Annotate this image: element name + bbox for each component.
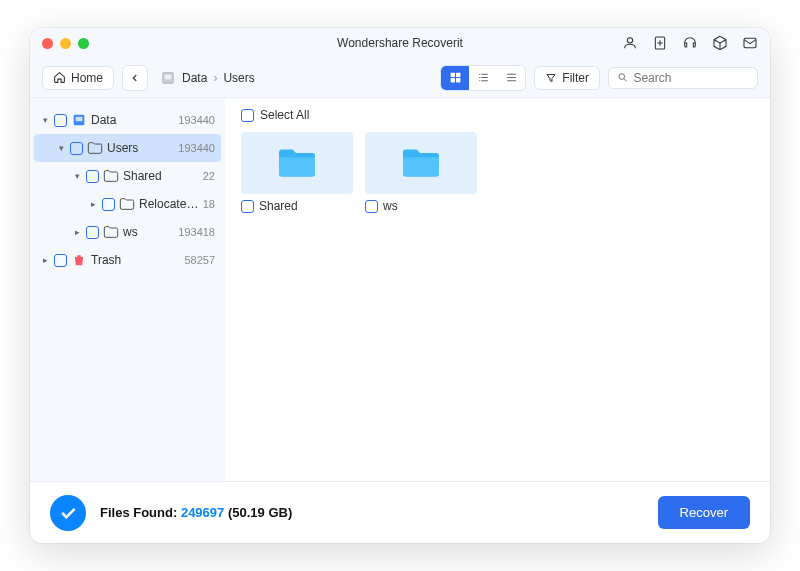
app-window: Wondershare Recoverit Home <box>30 28 770 543</box>
svg-rect-4 <box>165 74 172 79</box>
folder-name-label: Shared <box>259 199 298 213</box>
tree-label: Data <box>91 113 174 127</box>
breadcrumb: Data › Users <box>160 70 255 86</box>
tree-count: 18 <box>203 198 215 210</box>
account-icon[interactable] <box>622 35 638 51</box>
checkmark-icon <box>58 503 78 523</box>
home-icon <box>53 71 66 84</box>
body: ▾Data193440▾Users193440▾Shared22▸Relocat… <box>30 98 770 481</box>
detail-list-icon <box>477 71 490 84</box>
tree-row-shared[interactable]: ▾Shared22 <box>34 162 221 190</box>
home-button[interactable]: Home <box>42 66 114 90</box>
folder-icon <box>275 145 319 181</box>
expand-caret-icon[interactable]: ▸ <box>88 199 98 209</box>
expand-caret-icon[interactable]: ▾ <box>72 171 82 181</box>
mail-icon[interactable] <box>742 35 758 51</box>
footer: Files Found: 249697 (50.19 GB) Recover <box>30 481 770 543</box>
tree-label: Users <box>107 141 174 155</box>
folder-icon <box>399 145 443 181</box>
breadcrumb-item[interactable]: Data <box>182 71 207 85</box>
search-box[interactable] <box>608 67 758 89</box>
folder-icon <box>87 141 103 155</box>
svg-rect-5 <box>450 73 454 77</box>
file-icon[interactable] <box>652 35 668 51</box>
sidebar-tree: ▾Data193440▾Users193440▾Shared22▸Relocat… <box>30 98 225 481</box>
tree-label: Trash <box>91 253 180 267</box>
close-window-button[interactable] <box>42 38 53 49</box>
grid-icon <box>449 71 462 84</box>
files-found-size: (50.19 GB) <box>228 505 292 520</box>
tree-checkbox[interactable] <box>86 170 99 183</box>
svg-rect-7 <box>450 78 454 82</box>
view-toggle <box>440 65 526 91</box>
filter-label: Filter <box>562 71 589 85</box>
status-complete-icon <box>50 495 86 531</box>
select-all-row[interactable]: Select All <box>241 108 754 122</box>
tree-row-trash[interactable]: ▸Trash58257 <box>34 246 221 274</box>
expand-caret-icon[interactable]: ▸ <box>72 227 82 237</box>
svg-rect-8 <box>456 78 460 82</box>
tree-row-ws[interactable]: ▸ws193418 <box>34 218 221 246</box>
disk-icon <box>71 112 87 128</box>
folder-thumb <box>241 132 353 194</box>
files-found-count: 249697 <box>181 505 224 520</box>
tree-checkbox[interactable] <box>102 198 115 211</box>
tree-row-relocated-items[interactable]: ▸Relocated Items18 <box>34 190 221 218</box>
folder-card-ws[interactable]: ws <box>365 132 477 213</box>
folder-checkbox[interactable] <box>365 200 378 213</box>
tree-count: 58257 <box>184 254 215 266</box>
disk-icon <box>160 70 176 86</box>
main-content: Select All Sharedws <box>225 98 770 481</box>
grid-view-button[interactable] <box>441 66 469 90</box>
chevron-left-icon <box>130 73 140 83</box>
expand-caret-icon[interactable]: ▾ <box>40 115 50 125</box>
trash-icon <box>71 252 87 268</box>
tree-checkbox[interactable] <box>54 114 67 127</box>
detail-view-button[interactable] <box>469 66 497 90</box>
tree-checkbox[interactable] <box>86 226 99 239</box>
svg-rect-6 <box>456 73 460 77</box>
filter-button[interactable]: Filter <box>534 66 600 90</box>
tree-count: 193418 <box>178 226 215 238</box>
tree-count: 193440 <box>178 114 215 126</box>
expand-caret-icon[interactable]: ▾ <box>56 143 66 153</box>
folder-icon <box>103 225 119 239</box>
tree-label: ws <box>123 225 174 239</box>
titlebar: Wondershare Recoverit <box>30 28 770 58</box>
svg-point-9 <box>619 74 625 80</box>
tree-row-data[interactable]: ▾Data193440 <box>34 106 221 134</box>
list-icon <box>505 71 518 84</box>
recover-button[interactable]: Recover <box>658 496 750 529</box>
home-label: Home <box>71 71 103 85</box>
expand-caret-icon[interactable]: ▸ <box>40 255 50 265</box>
tree-checkbox[interactable] <box>70 142 83 155</box>
folder-name-row: ws <box>365 199 477 213</box>
search-input[interactable] <box>633 71 749 85</box>
select-all-checkbox[interactable] <box>241 109 254 122</box>
maximize-window-button[interactable] <box>78 38 89 49</box>
cube-icon[interactable] <box>712 35 728 51</box>
breadcrumb-item[interactable]: Users <box>223 71 254 85</box>
folder-checkbox[interactable] <box>241 200 254 213</box>
list-view-button[interactable] <box>497 66 525 90</box>
folder-card-shared[interactable]: Shared <box>241 132 353 213</box>
folder-grid: Sharedws <box>241 132 754 213</box>
tree-row-users[interactable]: ▾Users193440 <box>34 134 221 162</box>
folder-name-label: ws <box>383 199 398 213</box>
toolbar: Home Data › Users Filter <box>30 58 770 98</box>
window-controls <box>42 38 89 49</box>
breadcrumb-separator: › <box>213 71 217 85</box>
titlebar-actions <box>622 35 758 51</box>
tree-count: 193440 <box>178 142 215 154</box>
svg-point-0 <box>627 38 632 43</box>
filter-icon <box>545 72 557 84</box>
svg-rect-2 <box>744 38 756 47</box>
minimize-window-button[interactable] <box>60 38 71 49</box>
back-button[interactable] <box>122 65 148 91</box>
status-text: Files Found: 249697 (50.19 GB) <box>100 505 292 520</box>
search-icon <box>617 71 628 84</box>
folder-icon <box>119 197 135 211</box>
support-icon[interactable] <box>682 35 698 51</box>
tree-count: 22 <box>203 170 215 182</box>
tree-checkbox[interactable] <box>54 254 67 267</box>
